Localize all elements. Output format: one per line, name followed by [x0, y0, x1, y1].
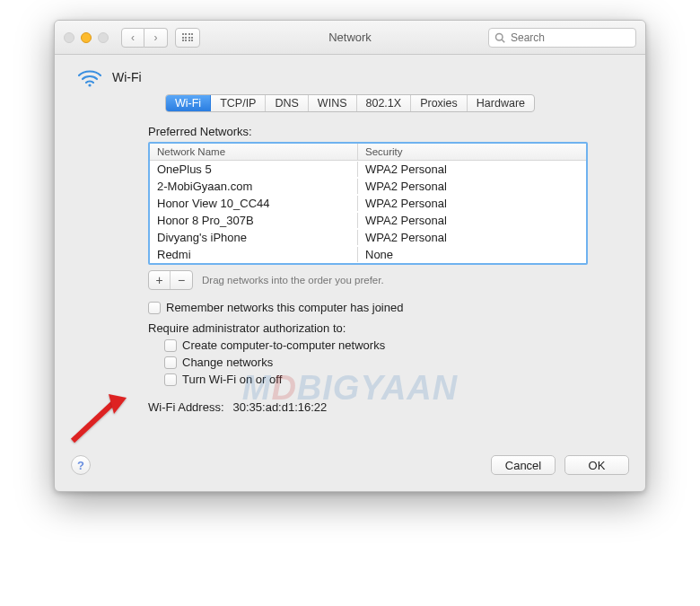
- cell-network-name: Redmi: [150, 247, 358, 262]
- remember-networks-label: Remember networks this computer has join…: [166, 301, 403, 314]
- tab-proxies[interactable]: Proxies: [411, 95, 468, 111]
- help-button[interactable]: ?: [71, 455, 91, 475]
- content-area: Wi-Fi Wi-FiTCP/IPDNSWINS802.1XProxiesHar…: [55, 55, 645, 430]
- cell-network-name: Divyang's iPhone: [150, 230, 358, 245]
- ok-button[interactable]: OK: [564, 455, 629, 475]
- window-title: Network: [55, 31, 645, 44]
- tab-802-1x[interactable]: 802.1X: [357, 95, 412, 111]
- column-header-security[interactable]: Security: [358, 144, 586, 160]
- auth-option-row: Turn Wi-Fi on or off: [164, 373, 624, 386]
- tab-tcp-ip[interactable]: TCP/IP: [211, 95, 266, 111]
- drag-hint-label: Drag networks into the order you prefer.: [202, 275, 384, 285]
- tab-dns[interactable]: DNS: [266, 95, 308, 111]
- tab-bar: Wi-FiTCP/IPDNSWINS802.1XProxiesHardware: [76, 94, 624, 112]
- pane-header: Wi-Fi: [76, 67, 624, 87]
- cell-security: WPA2 Personal: [358, 179, 586, 194]
- cell-network-name: OnePlus 5: [150, 162, 358, 177]
- cell-network-name: Honor 8 Pro_307B: [150, 213, 358, 228]
- cell-network-name: Honor View 10_CC44: [150, 196, 358, 211]
- cell-security: WPA2 Personal: [358, 213, 586, 228]
- wifi-address-row: Wi-Fi Address: 30:35:ad:d1:16:22: [148, 400, 624, 414]
- help-icon: ?: [77, 459, 84, 472]
- add-remove-bar: + − Drag networks into the order you pre…: [148, 270, 624, 290]
- svg-point-2: [88, 83, 91, 86]
- wifi-address-label: Wi-Fi Address:: [148, 400, 224, 414]
- table-row[interactable]: Divyang's iPhoneWPA2 Personal: [150, 229, 586, 246]
- auth-option-label: Create computer-to-computer networks: [182, 338, 385, 352]
- auth-option-label: Change networks: [182, 356, 273, 369]
- cell-security: WPA2 Personal: [358, 162, 586, 177]
- auth-option-label: Turn Wi-Fi on or off: [182, 373, 282, 386]
- require-auth-label: Require administrator authorization to:: [148, 321, 624, 335]
- add-network-button[interactable]: +: [149, 271, 171, 289]
- auth-option-checkbox[interactable]: [164, 373, 177, 386]
- table-row[interactable]: 2-MobiGyaan.comWPA2 Personal: [150, 178, 586, 195]
- plus-icon: +: [155, 273, 162, 287]
- table-row[interactable]: Honor 8 Pro_307BWPA2 Personal: [150, 212, 586, 229]
- cell-security: WPA2 Personal: [358, 196, 586, 211]
- tab-hardware[interactable]: Hardware: [468, 95, 534, 111]
- table-header: Network Name Security: [150, 144, 586, 161]
- remember-networks-row: Remember networks this computer has join…: [148, 301, 624, 314]
- cell-security: None: [358, 247, 586, 262]
- remove-network-button[interactable]: −: [171, 271, 192, 289]
- preferred-networks-label: Preferred Networks:: [148, 125, 624, 138]
- table-row[interactable]: RedmiNone: [150, 246, 586, 263]
- auth-option-row: Create computer-to-computer networks: [164, 338, 624, 352]
- footer: ? Cancel OK: [55, 430, 645, 491]
- pane-title: Wi-Fi: [112, 70, 142, 84]
- table-row[interactable]: OnePlus 5WPA2 Personal: [150, 161, 586, 178]
- tab-wins[interactable]: WINS: [309, 95, 357, 111]
- cancel-button[interactable]: Cancel: [491, 455, 556, 475]
- wifi-address-value: 30:35:ad:d1:16:22: [233, 400, 328, 414]
- auth-option-checkbox[interactable]: [164, 356, 177, 369]
- preferred-networks-table[interactable]: Network Name Security OnePlus 5WPA2 Pers…: [148, 142, 588, 265]
- cell-security: WPA2 Personal: [358, 230, 586, 245]
- wifi-icon: [76, 67, 103, 87]
- remember-networks-checkbox[interactable]: [148, 302, 161, 314]
- svg-marker-3: [109, 394, 127, 414]
- cell-network-name: 2-MobiGyaan.com: [150, 179, 358, 194]
- network-preferences-window: ‹ › Network Wi-Fi: [54, 20, 646, 492]
- auth-option-checkbox[interactable]: [164, 339, 177, 352]
- tab-wi-fi[interactable]: Wi-Fi: [166, 95, 211, 111]
- table-row[interactable]: Honor View 10_CC44WPA2 Personal: [150, 195, 586, 212]
- titlebar: ‹ › Network: [55, 21, 645, 55]
- auth-option-row: Change networks: [164, 356, 624, 369]
- column-header-name[interactable]: Network Name: [150, 144, 358, 160]
- minus-icon: −: [178, 273, 185, 287]
